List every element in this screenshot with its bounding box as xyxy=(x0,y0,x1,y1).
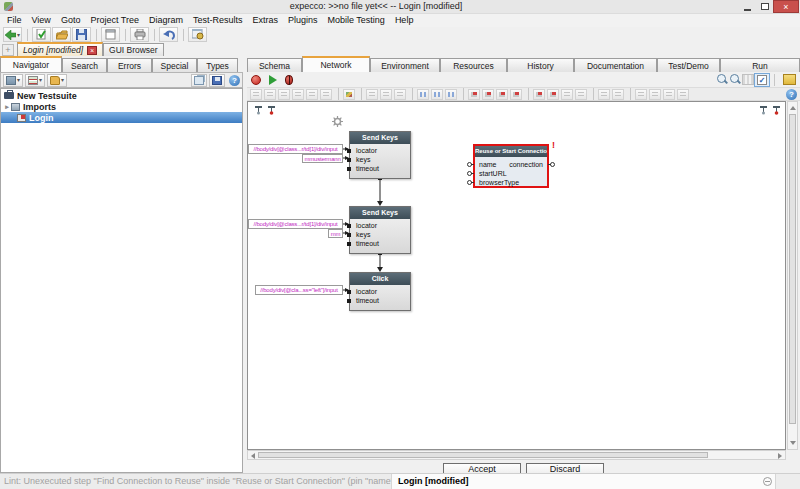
step-warn-icon[interactable] xyxy=(496,89,508,100)
connector-up-icon[interactable] xyxy=(380,89,392,100)
value-locator-2[interactable]: //body/div[@class...r/td[1]/div/input xyxy=(248,219,343,229)
pin-keys[interactable]: keys xyxy=(350,230,410,239)
menu-project-tree[interactable]: Project Tree xyxy=(85,14,144,27)
menu-goto[interactable]: Goto xyxy=(56,14,86,27)
menu-extras[interactable]: Extras xyxy=(247,14,283,27)
run-icon[interactable] xyxy=(269,75,277,85)
tab-special[interactable]: Special xyxy=(152,58,197,72)
tab-errors[interactable]: Errors xyxy=(107,58,152,72)
pin-timeout[interactable]: timeout xyxy=(350,296,410,305)
copy-step-icon[interactable] xyxy=(264,89,276,100)
step-reuse-or-start-connection[interactable]: Reuse or Start Connection name connectio… xyxy=(473,144,549,188)
palette-icon[interactable] xyxy=(343,89,355,100)
pin-timeout[interactable]: timeout xyxy=(350,239,410,248)
join-left-icon[interactable] xyxy=(598,89,610,100)
pin-keys[interactable]: keys xyxy=(350,155,410,164)
tab-documentation[interactable]: Documentation xyxy=(574,58,657,72)
export-step-icon[interactable] xyxy=(320,89,332,100)
grid-icon[interactable] xyxy=(742,74,754,85)
tab-resources[interactable]: Resources xyxy=(440,58,507,72)
tree-item-testsuite[interactable]: New Testsuite xyxy=(1,90,242,101)
debug-icon[interactable] xyxy=(285,75,293,85)
pin-locator[interactable]: locator xyxy=(350,287,410,296)
step-send-keys-1[interactable]: Send Keys locator keys timeout xyxy=(349,131,411,179)
step-disable-icon[interactable] xyxy=(482,89,494,100)
wire-run-icon[interactable] xyxy=(445,89,457,100)
tab-test-demo[interactable]: Test/Demo xyxy=(657,58,720,72)
tab-environment[interactable]: Environment xyxy=(370,58,440,72)
value-locator-1[interactable]: //body/div[@class...r/td[1]/div/input xyxy=(248,144,343,154)
collapse-statusbar-button[interactable] xyxy=(760,474,776,489)
step-click[interactable]: Click locator timeout xyxy=(349,272,411,311)
menu-diagram[interactable]: Diagram xyxy=(144,14,188,27)
new-window-button[interactable] xyxy=(101,27,120,42)
wire-add-icon[interactable] xyxy=(417,89,429,100)
value-locator-3[interactable]: //body/div[@cla...ss="left"]/input xyxy=(255,285,343,295)
new-step-icon[interactable] xyxy=(250,89,262,100)
step-info-icon[interactable] xyxy=(510,89,522,100)
scrollbar-thumb[interactable] xyxy=(789,114,796,424)
pin-locator[interactable]: locator xyxy=(350,221,410,230)
menu-help[interactable]: Help xyxy=(390,14,419,27)
snap-checkbox[interactable]: ✓ xyxy=(754,73,770,87)
wave-4-icon[interactable] xyxy=(677,89,689,100)
join-right-icon[interactable] xyxy=(612,89,624,100)
step-send-keys-2[interactable]: Send Keys locator keys timeout xyxy=(349,206,411,254)
maximize-button[interactable] xyxy=(756,0,773,13)
wire-edit-icon[interactable] xyxy=(431,89,443,100)
zoom-in-icon[interactable] xyxy=(716,73,729,86)
accept-file-button[interactable] xyxy=(32,27,51,42)
menu-plugins[interactable]: Plugins xyxy=(283,14,323,27)
tab-search[interactable]: Search xyxy=(62,58,107,72)
duplicate-step-icon[interactable] xyxy=(292,89,304,100)
save-button[interactable] xyxy=(72,27,91,42)
back-button[interactable]: ▾ xyxy=(3,27,22,42)
menu-test-results[interactable]: Test-Results xyxy=(188,14,248,27)
menu-view[interactable]: View xyxy=(27,14,56,27)
tab-network[interactable]: Network xyxy=(302,56,370,72)
flag-a-icon[interactable] xyxy=(533,89,545,100)
wave-3-icon[interactable] xyxy=(663,89,675,100)
record-icon[interactable] xyxy=(251,75,261,85)
scroll-right-icon[interactable] xyxy=(778,453,782,459)
vertical-scrollbar[interactable] xyxy=(787,101,798,450)
tree-item-imports[interactable]: ▸ Imports xyxy=(1,101,242,112)
tab-types[interactable]: Types xyxy=(197,58,238,72)
menu-file[interactable]: File xyxy=(2,14,27,27)
tab-run[interactable]: Run xyxy=(720,58,800,72)
resize-grip[interactable] xyxy=(776,474,800,489)
pin-browsertype[interactable]: browserType xyxy=(479,178,519,187)
tab-login[interactable]: Login [modified] × xyxy=(17,42,103,56)
help-button[interactable]: ? xyxy=(786,89,797,100)
settings-button[interactable] xyxy=(188,27,207,42)
pin-starturl[interactable]: startURL xyxy=(479,169,507,178)
help-button[interactable]: ? xyxy=(229,75,240,86)
scrollbar-thumb[interactable] xyxy=(258,452,708,458)
pin-stretch-icon[interactable] xyxy=(561,89,573,100)
pin-name[interactable]: name xyxy=(479,160,497,169)
scroll-up-icon[interactable] xyxy=(790,106,796,110)
pin-locator[interactable]: locator xyxy=(350,146,410,155)
add-tab-button[interactable]: + xyxy=(2,44,14,56)
wave-2-icon[interactable] xyxy=(649,89,661,100)
paste-step-icon[interactable] xyxy=(278,89,290,100)
new-folder-menu-button[interactable]: ▾ xyxy=(47,74,67,87)
tab-history[interactable]: History xyxy=(507,58,574,72)
expander-icon[interactable]: ▸ xyxy=(3,103,11,111)
flag-b-icon[interactable] xyxy=(547,89,559,100)
open-in-window-button[interactable] xyxy=(191,74,207,87)
zoom-out-icon[interactable] xyxy=(729,73,742,86)
tab-navigator[interactable]: Navigator xyxy=(0,56,62,72)
tab-gui-browser[interactable]: GUI Browser xyxy=(103,43,164,56)
save-tree-button[interactable] xyxy=(209,74,225,87)
connector-in-icon[interactable] xyxy=(366,89,378,100)
tree-item-login[interactable]: Login xyxy=(1,112,242,123)
pin-timeout[interactable]: timeout xyxy=(350,164,410,173)
wave-1-icon[interactable] xyxy=(635,89,647,100)
close-tab-icon[interactable]: × xyxy=(87,46,97,55)
pin-loop-icon[interactable] xyxy=(575,89,587,100)
tree-view-menu-button[interactable]: ▾ xyxy=(3,74,23,87)
horizontal-scrollbar[interactable] xyxy=(247,450,786,460)
save-step-icon[interactable] xyxy=(306,89,318,100)
connector-diag-icon[interactable] xyxy=(394,89,406,100)
